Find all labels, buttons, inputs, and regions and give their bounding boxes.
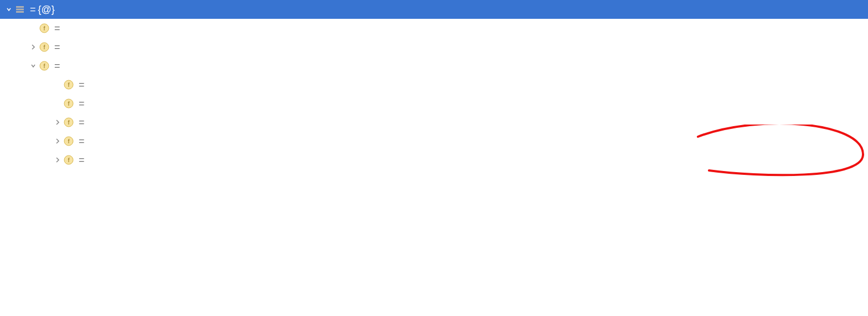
field-icon: f <box>63 98 74 109</box>
field-maxFileSize[interactable]: f = <box>0 113 868 132</box>
chevron-right-icon[interactable] <box>52 157 63 163</box>
table-row-selected[interactable]: = {@} <box>0 0 868 19</box>
field-val[interactable]: f = <box>0 56 868 75</box>
chevron-right-icon[interactable] <box>52 119 63 126</box>
svg-rect-2 <box>16 11 24 13</box>
struct-icon <box>14 4 25 15</box>
chevron-down-icon[interactable] <box>28 63 39 69</box>
field-enabled[interactable]: f = <box>0 75 868 94</box>
field-icon: f <box>63 136 74 147</box>
field-icon: f <box>63 79 74 90</box>
field-fileSizeThreshold[interactable]: f = <box>0 151 868 169</box>
field-icon: f <box>39 42 50 53</box>
chevron-down-icon[interactable] <box>3 6 14 13</box>
svg-rect-1 <box>16 9 24 11</box>
field-icon: f <box>63 154 74 165</box>
field-icon: f <box>39 23 50 34</box>
field-hash[interactable]: f = <box>0 19 868 38</box>
field-icon: f <box>63 117 74 128</box>
field-location[interactable]: f = <box>0 94 868 113</box>
node-type: {@} <box>38 4 58 15</box>
field-key[interactable]: f = <box>0 38 868 56</box>
chevron-right-icon[interactable] <box>28 44 39 50</box>
chevron-right-icon[interactable] <box>52 138 63 144</box>
field-maxRequestSize[interactable]: f = <box>0 132 868 151</box>
svg-rect-0 <box>16 6 24 8</box>
field-icon: f <box>39 60 50 71</box>
equals-sign: = <box>28 4 38 15</box>
